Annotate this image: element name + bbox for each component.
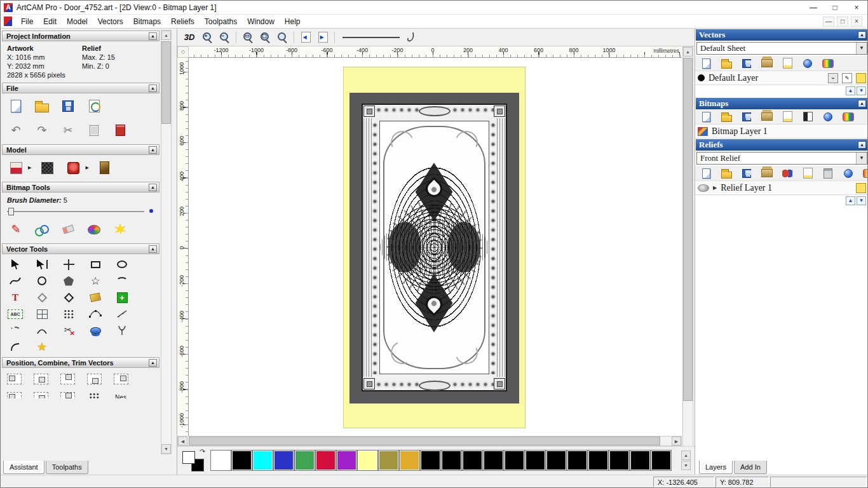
mdi-restore-icon[interactable]: □ — [837, 17, 848, 27]
flyout-arrow-icon[interactable]: ▶ — [85, 165, 88, 170]
open-relief-layer-icon[interactable] — [719, 167, 733, 180]
create-vector-tool[interactable]: + — [114, 290, 130, 305]
palette-swatch[interactable] — [420, 450, 441, 471]
palette-swatch[interactable] — [546, 450, 567, 471]
scrollbar-thumb[interactable] — [189, 437, 660, 445]
relief-combine-icon[interactable] — [780, 167, 794, 180]
collapse-section-button[interactable]: ▲ — [149, 245, 157, 253]
canvas-vertical-scrollbar[interactable]: ▲ ▼ — [682, 46, 693, 464]
snap-toggle-icon[interactable]: ⌁ — [828, 73, 838, 83]
scroll-right-icon[interactable]: ▶ — [672, 437, 681, 445]
palette-swatch[interactable] — [336, 450, 357, 471]
expand-layer-icon[interactable]: ▶ — [713, 185, 717, 191]
relief-calculate-icon[interactable] — [821, 167, 835, 180]
notes-icon[interactable] — [110, 121, 130, 140]
scatter-icon[interactable] — [86, 390, 102, 398]
align-centre-icon[interactable] — [32, 371, 49, 386]
save-relief-layer-icon[interactable] — [740, 167, 754, 180]
star-tool[interactable]: ☆ — [87, 273, 104, 288]
rectangle-tool[interactable] — [87, 257, 104, 272]
fillet-tool[interactable] — [7, 339, 24, 355]
new-bitmap-sheet-icon[interactable] — [780, 111, 794, 123]
palette-swatch[interactable] — [588, 450, 609, 471]
collapse-section-button[interactable]: ▲ — [149, 146, 157, 154]
eraser-icon[interactable] — [58, 220, 78, 239]
menu-file[interactable]: File — [16, 15, 38, 28]
move-layer-down-icon[interactable]: ▼ — [857, 86, 866, 95]
palette-swatch[interactable] — [294, 450, 315, 471]
relief-colours-icon[interactable] — [862, 167, 868, 180]
collapse-section-button[interactable]: ▲ — [149, 85, 157, 92]
palette-swatch[interactable] — [273, 450, 294, 471]
primary-secondary-colour-icon[interactable]: ↷ — [182, 450, 205, 471]
zoom-out-icon[interactable]: − — [217, 30, 232, 44]
palette-swatch[interactable] — [231, 450, 252, 471]
combine-weld-icon[interactable] — [6, 390, 22, 398]
scrollbar-thumb[interactable] — [683, 58, 693, 401]
mdi-close-icon[interactable]: × — [851, 17, 862, 27]
new-relief-layer-icon[interactable] — [699, 167, 713, 180]
delete-layer-icon[interactable] — [801, 57, 815, 70]
save-vector-layer-icon[interactable] — [740, 57, 754, 70]
save-bitmap-layer-icon[interactable] — [740, 111, 754, 123]
bitmap-contrast-icon[interactable] — [801, 111, 815, 123]
wrap-text-tool[interactable] — [34, 306, 50, 322]
align-right-icon[interactable] — [112, 371, 129, 386]
transform-vectors-tool[interactable] — [60, 257, 77, 272]
merge-layers-icon[interactable] — [760, 57, 774, 70]
open-model-icon[interactable] — [32, 97, 52, 116]
move-layer-up-icon[interactable]: ▲ — [846, 196, 855, 205]
redo-icon[interactable]: ↷ — [32, 121, 52, 140]
layer-colours-icon[interactable] — [821, 57, 835, 70]
paint-pencil-icon[interactable]: ✎ — [6, 220, 26, 239]
layer-lock-icon[interactable] — [856, 73, 866, 83]
measure-tool[interactable] — [114, 306, 130, 322]
collapse-section-button[interactable]: ▲ — [858, 31, 866, 39]
collapse-section-button[interactable]: ▲ — [858, 141, 866, 149]
assistant-scrollbar[interactable]: ▲ ▼ — [161, 30, 172, 454]
palette-swatch[interactable] — [378, 450, 399, 471]
palette-swatch[interactable] — [630, 450, 651, 471]
sheet-select[interactable]: Default Sheet ▼ — [696, 42, 867, 55]
cut-icon[interactable]: ✂ — [58, 121, 78, 140]
paste-along-curve-tool[interactable] — [87, 306, 104, 322]
arc-tool[interactable] — [114, 273, 130, 288]
tab-add-in[interactable]: Add In — [734, 461, 767, 474]
align-left-icon[interactable] — [6, 371, 22, 386]
palette-swatch[interactable] — [525, 450, 546, 471]
delete-relief-layer-icon[interactable] — [841, 167, 855, 180]
palette-swatch[interactable] — [441, 450, 462, 471]
scroll-left-icon[interactable]: ◀ — [178, 437, 187, 445]
ellipse-tool[interactable] — [114, 257, 130, 272]
palette-swatch[interactable] — [399, 450, 420, 471]
chevron-down-icon[interactable]: ▼ — [856, 43, 867, 54]
zoom-objects-icon[interactable] — [275, 30, 290, 44]
flood-fill-icon[interactable] — [110, 220, 130, 239]
collapse-section-button[interactable]: ▲ — [149, 184, 157, 191]
relief-select[interactable]: Front Relief ▼ — [696, 152, 867, 165]
free-arc-tool[interactable] — [34, 323, 50, 338]
collapse-section-button[interactable]: ▲ — [149, 359, 157, 367]
zoom-fit-page-icon[interactable]: ▢ — [257, 30, 273, 44]
freehand-curve-tool[interactable] — [7, 273, 24, 288]
model-stamp-icon[interactable] — [63, 158, 83, 177]
select-vectors-tool[interactable] — [7, 257, 24, 272]
tab-layers[interactable]: Layers — [699, 461, 733, 474]
palette-swatch[interactable] — [567, 450, 588, 471]
mdi-minimize-icon[interactable]: — — [823, 17, 834, 27]
collapse-section-button[interactable]: ▲ — [149, 32, 157, 40]
block-copy-tool[interactable] — [60, 306, 77, 322]
flyout-arrow-icon[interactable]: ▶ — [28, 165, 31, 170]
primary-colour-swatch[interactable] — [182, 451, 195, 464]
palette-scroll-down-icon[interactable]: ▼ — [681, 461, 691, 470]
combine-intersect-icon[interactable] — [59, 390, 76, 398]
menu-edit[interactable]: Edit — [38, 15, 62, 28]
menu-model[interactable]: Model — [62, 15, 93, 28]
model-texture-icon[interactable] — [37, 158, 57, 177]
bitmap-colours-icon[interactable] — [841, 111, 855, 123]
new-sheet-icon[interactable] — [780, 57, 794, 70]
tab-assistant[interactable]: Assistant — [3, 461, 44, 474]
edit-layer-icon[interactable]: ✎ — [842, 73, 852, 83]
offset-vectors-tool[interactable] — [34, 290, 50, 305]
open-bitmap-layer-icon[interactable] — [719, 111, 733, 123]
